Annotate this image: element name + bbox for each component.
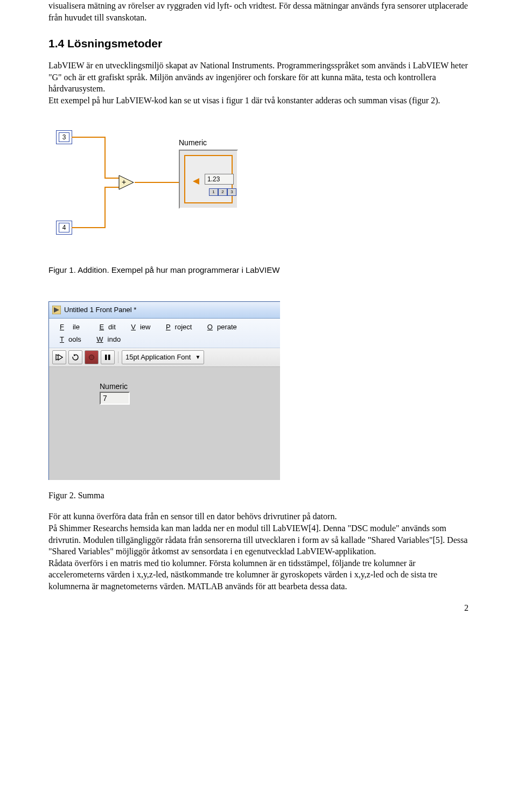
indicator-value: 1.23 — [205, 174, 234, 185]
fp-numeric-value: 7 — [100, 392, 130, 405]
wire — [104, 187, 119, 188]
abort-button[interactable] — [85, 350, 99, 364]
numeric-indicator-node: 1.23 1 2 3 — [179, 150, 238, 209]
run-button[interactable] — [52, 350, 66, 364]
figure-1-block-diagram: 3 4 + Numeric 1.23 1 — [46, 125, 262, 249]
menu-project[interactable]: Project — [157, 321, 196, 333]
indicator-arrow-icon — [193, 178, 200, 187]
indicator-inner: 1.23 1 2 3 — [184, 155, 233, 203]
wire — [135, 182, 179, 183]
svg-rect-10 — [108, 355, 110, 360]
body-paragraph: LabVIEW är en utvecklingsmiljö skapat av… — [48, 60, 469, 106]
svg-rect-9 — [105, 355, 107, 360]
indicator-label: Numeric — [179, 138, 207, 147]
font-dropdown-label: 15pt Application Font — [125, 353, 191, 361]
menu-view[interactable]: View — [122, 321, 155, 333]
figure-2-front-panel-window: Untitled 1 Front Panel * File Edit View … — [48, 301, 280, 480]
page-number: 2 — [48, 603, 469, 613]
chevron-down-icon: ▼ — [195, 354, 200, 360]
wire — [104, 187, 106, 228]
wire — [104, 137, 106, 179]
font-dropdown[interactable]: 15pt Application Font ▼ — [122, 350, 204, 364]
menu-edit[interactable]: Edit — [90, 321, 120, 333]
indicator-type-glyph: 1 2 3 — [209, 188, 236, 196]
wire — [104, 178, 119, 179]
menu-tools[interactable]: Tools — [51, 333, 86, 345]
figure-2-caption: Figur 2. Summa — [48, 490, 469, 502]
svg-text:+: + — [122, 178, 126, 186]
figure-1-caption: Figur 1. Addition. Exempel på hur man pr… — [48, 265, 469, 276]
wire — [72, 227, 106, 228]
closing-paragraph: För att kunna överföra data från en sens… — [48, 511, 469, 592]
section-heading: 1.4 Lösningsmetoder — [48, 37, 469, 50]
labview-app-icon — [52, 306, 61, 314]
wire — [72, 137, 106, 138]
menu-file[interactable]: File — [51, 321, 88, 333]
front-panel-canvas: Numeric 7 — [49, 367, 280, 480]
window-title: Untitled 1 Front Panel * — [64, 306, 136, 314]
constant-b-value: 4 — [59, 223, 69, 232]
pause-button[interactable] — [101, 350, 115, 364]
svg-point-8 — [89, 355, 94, 359]
constant-a-value: 3 — [59, 132, 69, 142]
add-node-icon: + — [118, 174, 135, 190]
run-continuously-button[interactable] — [68, 350, 82, 364]
intro-paragraph: visualisera mätning av rörelser av ryggr… — [48, 0, 469, 23]
window-toolbar: 15pt Application Font ▼ — [49, 348, 280, 367]
svg-marker-6 — [58, 355, 62, 360]
window-titlebar: Untitled 1 Front Panel * — [49, 302, 280, 319]
menu-operate[interactable]: Operate — [199, 321, 241, 333]
svg-marker-2 — [193, 178, 199, 185]
constant-b-node: 4 — [56, 221, 72, 235]
fp-numeric-label: Numeric — [100, 382, 280, 391]
window-menubar: File Edit View Project Operate Tools Win… — [49, 319, 280, 348]
menu-window[interactable]: Windo — [88, 333, 125, 345]
constant-a-node: 3 — [56, 130, 72, 144]
